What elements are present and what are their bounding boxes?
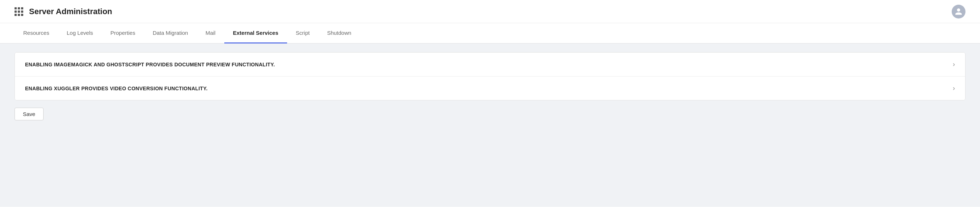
grid-dot <box>18 14 20 16</box>
tab-data-migration[interactable]: Data Migration <box>144 23 197 44</box>
grid-dot <box>21 11 23 13</box>
imagemagick-section-item[interactable]: ENABLING IMAGEMAGICK AND GHOSTSCRIPT PRO… <box>15 52 965 76</box>
apps-grid-icon[interactable] <box>14 7 23 16</box>
grid-dot <box>18 11 20 13</box>
grid-dot <box>14 7 17 9</box>
tab-resources[interactable]: Resources <box>14 23 58 44</box>
grid-dot <box>14 11 17 13</box>
grid-dot <box>18 7 20 9</box>
tab-external-services[interactable]: External Services <box>224 23 287 44</box>
tab-shutdown[interactable]: Shutdown <box>318 23 360 44</box>
grid-dot <box>21 7 23 9</box>
grid-dot <box>14 14 17 16</box>
imagemagick-section-text: ENABLING IMAGEMAGICK AND GHOSTSCRIPT PRO… <box>25 62 275 68</box>
tab-log-levels[interactable]: Log Levels <box>58 23 102 44</box>
xuggler-section-text: ENABLING XUGGLER PROVIDES VIDEO CONVERSI… <box>25 85 208 92</box>
tab-script[interactable]: Script <box>287 23 318 44</box>
chevron-right-icon: › <box>953 60 955 68</box>
tab-properties[interactable]: Properties <box>102 23 144 44</box>
header: Server Administration <box>0 0 980 23</box>
nav-tabs: Resources Log Levels Properties Data Mig… <box>0 23 980 44</box>
tab-mail[interactable]: Mail <box>197 23 224 44</box>
user-avatar[interactable] <box>952 5 966 19</box>
xuggler-section-item[interactable]: ENABLING XUGGLER PROVIDES VIDEO CONVERSI… <box>15 76 965 100</box>
header-left: Server Administration <box>14 7 112 16</box>
section-list: ENABLING IMAGEMAGICK AND GHOSTSCRIPT PRO… <box>14 52 966 100</box>
save-button[interactable]: Save <box>14 107 43 120</box>
main-content: ENABLING IMAGEMAGICK AND GHOSTSCRIPT PRO… <box>0 44 980 207</box>
user-icon <box>955 8 963 16</box>
app-title: Server Administration <box>29 7 112 16</box>
chevron-right-icon: › <box>953 84 955 92</box>
grid-dot <box>21 14 23 16</box>
